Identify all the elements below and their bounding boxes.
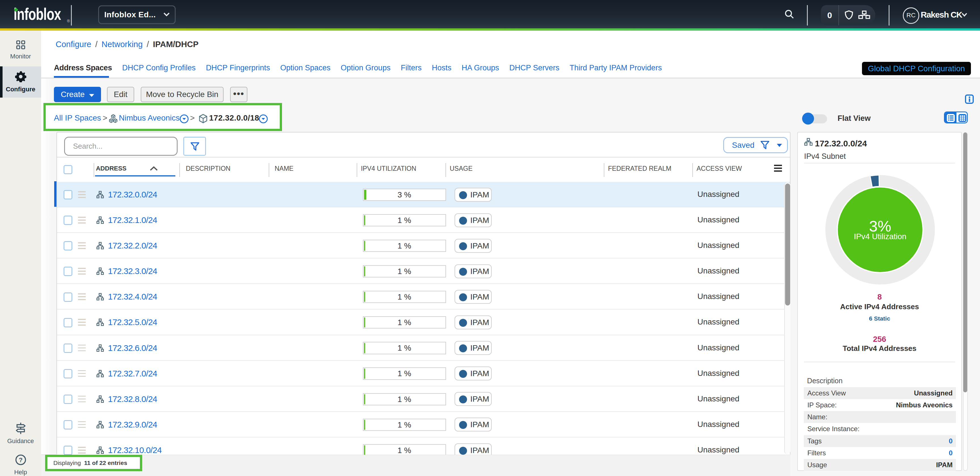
svg-text:IPv4 Utilization: IPv4 Utilization [854, 232, 906, 241]
svg-text:?: ? [19, 457, 22, 463]
